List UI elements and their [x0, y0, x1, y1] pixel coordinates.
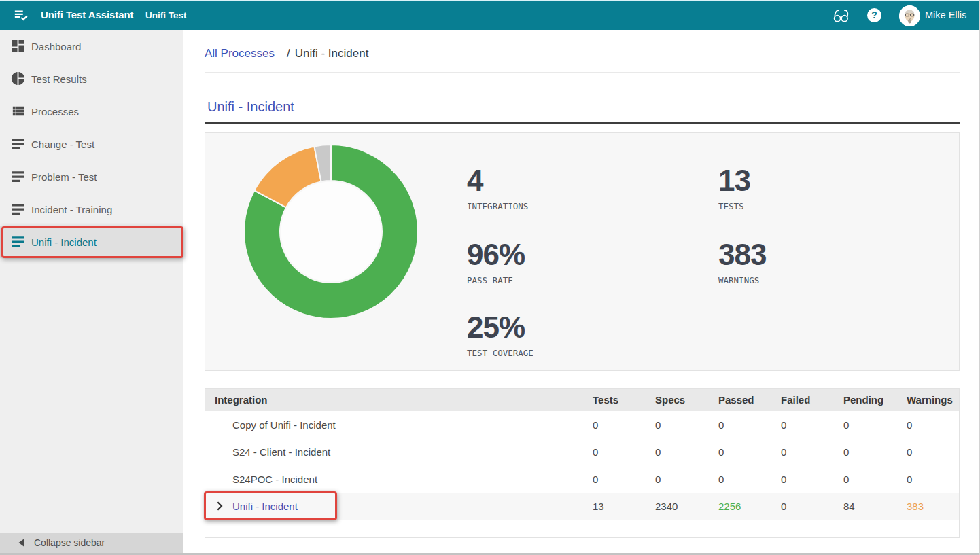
sidebar-item-label: Unifi - Incident: [31, 236, 97, 248]
integration-name: S24POC - Incident: [205, 473, 593, 485]
sidebar-item-problem-test[interactable]: Problem - Test: [0, 160, 183, 193]
glasses-icon[interactable]: [833, 9, 850, 22]
sidebar-item-incident-training[interactable]: Incident - Training: [0, 193, 183, 226]
col-header-tests: Tests: [593, 394, 655, 406]
process-lines-icon: [10, 136, 26, 151]
stat-pass-rate: 96% PASS RATE: [467, 238, 684, 286]
user-name[interactable]: Mike Ellis: [925, 0, 966, 30]
sidebar-item-test-results[interactable]: Test Results: [0, 62, 183, 95]
cell-pending: 0: [843, 419, 907, 431]
col-header-passed: Passed: [718, 394, 781, 406]
sidebar: Dashboard Test Results Processes Change …: [0, 30, 183, 555]
breadcrumb-separator: /: [287, 47, 290, 60]
table-row: S24 - Client - Incident 0 0 0 0 0 0: [205, 438, 959, 465]
cell-failed: 0: [781, 501, 843, 512]
breadcrumb-divider: [205, 72, 960, 73]
expand-chevron-icon[interactable]: [214, 501, 225, 512]
menu-check-icon[interactable]: [14, 7, 29, 22]
list-icon: [10, 103, 26, 119]
cell-specs: 2340: [655, 501, 718, 512]
title-rule: [205, 122, 960, 124]
cell-passed: 0: [718, 419, 781, 431]
main-content: All Processes/Unifi - Incident Unifi - I…: [184, 30, 980, 555]
cell-warnings: 0: [907, 419, 959, 431]
stat-value: 4: [467, 164, 684, 198]
sidebar-item-label: Dashboard: [31, 41, 81, 52]
stat-label: WARNINGS: [718, 275, 936, 286]
sidebar-item-label: Change - Test: [31, 139, 94, 150]
sidebar-item-processes[interactable]: Processes: [0, 95, 183, 128]
results-donut-chart: [242, 143, 420, 321]
cell-tests: 0: [593, 473, 655, 485]
app-subtitle: Unifi Test: [145, 0, 187, 31]
cell-warnings: 0: [907, 473, 959, 485]
cell-failed: 0: [781, 419, 843, 431]
col-header-failed: Failed: [781, 394, 843, 406]
cell-specs: 0: [655, 473, 718, 485]
cell-passed: 0: [718, 473, 781, 485]
integrations-table: Integration Tests Specs Passed Failed Pe…: [205, 388, 960, 538]
table-row: Copy of Unifi - Incident 0 0 0 0 0 0: [205, 411, 959, 438]
cell-pending: 0: [843, 473, 907, 485]
col-header-warnings: Warnings: [907, 394, 959, 406]
stat-label: PASS RATE: [467, 275, 684, 286]
table-header: Integration Tests Specs Passed Failed Pe…: [205, 389, 959, 411]
stat-label: TEST COVERAGE: [467, 348, 684, 359]
sidebar-item-change-test[interactable]: Change - Test: [0, 128, 183, 160]
cell-tests: 0: [593, 446, 655, 458]
process-lines-icon: [10, 234, 26, 249]
sidebar-item-dashboard[interactable]: Dashboard: [0, 30, 183, 62]
cell-warnings: 0: [907, 446, 959, 458]
col-header-pending: Pending: [843, 394, 907, 406]
cell-passed: 0: [718, 446, 781, 458]
app-title: Unifi Test Assistant: [41, 0, 133, 30]
integration-name: S24 - Client - Incident: [205, 446, 593, 458]
cell-specs: 0: [655, 446, 718, 458]
cell-specs: 0: [655, 419, 718, 431]
stat-value: 13: [718, 164, 936, 198]
stat-test-coverage: 25% TEST COVERAGE: [467, 310, 684, 359]
cell-pending: 0: [843, 446, 907, 458]
cell-pending: 84: [843, 501, 907, 512]
integration-link[interactable]: Unifi - Incident: [232, 501, 298, 512]
stat-integrations: 4 INTEGRATIONS: [467, 164, 684, 212]
stat-value: 383: [718, 238, 936, 272]
sidebar-item-label: Test Results: [31, 73, 87, 85]
pie-chart-icon: [10, 71, 26, 86]
breadcrumb-current: Unifi - Incident: [295, 47, 369, 60]
collapse-sidebar-button[interactable]: Collapse sidebar: [0, 533, 183, 553]
col-header-integration: Integration: [205, 394, 593, 406]
integration-name: Copy of Unifi - Incident: [205, 419, 593, 431]
collapse-sidebar-label: Collapse sidebar: [34, 537, 105, 548]
table-row: S24POC - Incident 0 0 0 0 0 0: [205, 465, 959, 493]
user-avatar[interactable]: [899, 5, 920, 26]
cell-failed: 0: [781, 446, 843, 458]
breadcrumb: All Processes/Unifi - Incident: [205, 30, 960, 62]
col-header-specs: Specs: [655, 394, 718, 406]
stat-tests: 13 TESTS: [718, 164, 936, 212]
stat-value: 25%: [467, 310, 684, 344]
stat-warnings: 383 WARNINGS: [718, 238, 936, 286]
collapse-arrow-icon: [18, 539, 24, 547]
dashboard-icon: [10, 38, 26, 54]
page-title: Unifi - Incident: [205, 98, 960, 115]
process-lines-icon: [10, 168, 26, 184]
sidebar-item-label: Problem - Test: [31, 171, 97, 183]
table-row-unifi-incident: Unifi - Incident 13 2340 2256 0 84 383: [205, 493, 959, 520]
stat-label: TESTS: [718, 201, 936, 212]
integration-name: Unifi - Incident: [205, 501, 593, 512]
cell-tests: 0: [593, 419, 655, 431]
sidebar-item-label: Processes: [31, 106, 79, 118]
cell-warnings: 383: [907, 501, 959, 512]
cell-tests: 13: [593, 501, 655, 512]
sidebar-item-unifi-incident[interactable]: Unifi - Incident: [0, 226, 183, 258]
stat-label: INTEGRATIONS: [467, 201, 684, 212]
stat-value: 96%: [467, 238, 684, 272]
sidebar-item-label: Incident - Training: [31, 204, 112, 215]
breadcrumb-all-processes-link[interactable]: All Processes: [205, 47, 275, 60]
process-lines-icon: [10, 201, 26, 217]
summary-panel: 4 INTEGRATIONS 96% PASS RATE 25% TEST CO…: [205, 132, 960, 371]
help-button[interactable]: ?: [867, 8, 881, 22]
cell-passed: 2256: [718, 501, 781, 512]
top-bar: Unifi Test Assistant Unifi Test ? Mike E…: [0, 0, 980, 30]
